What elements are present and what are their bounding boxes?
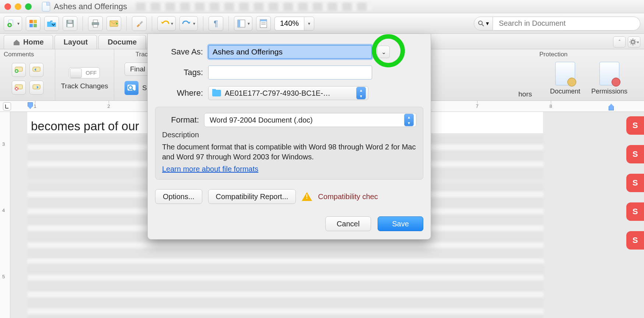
search-scope-button[interactable]: ▾ <box>474 17 493 31</box>
comment-delete-icon <box>15 84 23 91</box>
undo-button[interactable]: ▾ <box>157 16 176 31</box>
zoom-control[interactable]: ▾ <box>274 17 314 31</box>
vertical-ruler[interactable]: 3 4 5 <box>0 112 10 318</box>
svg-rect-12 <box>93 20 98 22</box>
group-track-changes: OFF Track Changes <box>55 49 114 100</box>
svg-rect-16 <box>238 20 240 27</box>
magnifier-icon <box>478 20 484 27</box>
zoom-input[interactable] <box>274 17 304 31</box>
ribbon-settings-button[interactable]: ▾ <box>628 36 640 47</box>
ruler-tick: 1 <box>29 101 41 112</box>
sidebar-toggle-button[interactable]: ▾ <box>234 16 252 31</box>
tab-document-elements[interactable]: Docume <box>98 35 146 49</box>
blurred-content <box>28 259 543 318</box>
right-clip-label: hors <box>518 90 532 98</box>
track-changes-toggle[interactable]: OFF <box>69 67 100 78</box>
close-window-button[interactable] <box>4 3 11 10</box>
svg-line-22 <box>482 24 484 26</box>
permissions-button[interactable]: Permissions <box>591 62 627 95</box>
delete-comment-button[interactable] <box>12 81 26 95</box>
learn-more-link[interactable]: Learn more about file formats <box>162 165 258 173</box>
comment-tab[interactable]: S <box>626 116 644 135</box>
redo-button[interactable]: ▾ <box>179 16 198 31</box>
svg-line-30 <box>631 43 631 44</box>
compatibility-report-button[interactable]: Compatibility Report... <box>208 189 296 204</box>
tags-label: Tags: <box>155 68 203 77</box>
open-button[interactable] <box>44 16 59 31</box>
description-label: Description <box>162 131 416 139</box>
tab-home-label: Home <box>23 38 44 46</box>
print-button[interactable] <box>88 16 103 31</box>
svg-rect-19 <box>261 22 266 23</box>
comment-tabs: S S S S S <box>626 116 644 250</box>
format-stepper[interactable]: ▲▼ <box>404 114 414 126</box>
save-as-input[interactable] <box>208 45 372 59</box>
expand-save-dialog-button[interactable]: ⌄ <box>377 46 390 58</box>
ribbon-collapse-button[interactable]: ˄ <box>613 36 626 47</box>
ruler-tick: 2 <box>103 101 114 112</box>
new-document-button[interactable]: ▾ <box>4 16 22 31</box>
save-as-label: Save As: <box>155 47 203 57</box>
comment-prev-icon <box>32 67 41 73</box>
group-protection: Protection Document Permissions <box>533 49 644 100</box>
paragraph-marks-button[interactable]: ¶ <box>209 16 223 31</box>
svg-point-23 <box>631 40 634 43</box>
printer-icon <box>91 19 100 28</box>
open-folder-icon <box>47 19 56 28</box>
where-dropdown[interactable]: AE01E177-C797-4930-BC1E-… ▲▼ <box>208 86 368 100</box>
paintbrush-icon <box>134 19 144 28</box>
svg-rect-13 <box>93 25 98 27</box>
where-stepper[interactable]: ▲▼ <box>356 87 366 99</box>
zoom-window-button[interactable] <box>25 3 32 10</box>
zoom-dropdown[interactable]: ▾ <box>304 17 314 31</box>
tab-layout[interactable]: Layout <box>55 35 97 49</box>
page-setup-button[interactable] <box>256 16 271 31</box>
page-icon <box>259 19 268 28</box>
window-controls <box>4 3 32 10</box>
ruler-tick: 7 <box>472 101 483 112</box>
title-extra-blur <box>136 3 372 11</box>
tab-home[interactable]: Home <box>4 35 53 49</box>
svg-rect-7 <box>34 24 37 27</box>
right-clip-item[interactable]: hors <box>518 90 532 98</box>
next-comment-button[interactable] <box>29 81 43 95</box>
svg-point-21 <box>479 21 482 25</box>
svg-rect-9 <box>67 24 73 27</box>
svg-rect-35 <box>15 71 18 71</box>
warning-icon <box>302 192 312 201</box>
new-comment-button[interactable] <box>12 63 26 77</box>
comment-tab[interactable]: S <box>626 174 644 192</box>
comment-add-icon <box>15 67 23 73</box>
search-input[interactable] <box>493 17 640 31</box>
tab-stop-selector[interactable] <box>3 102 11 110</box>
options-button[interactable]: Options... <box>155 189 202 204</box>
minimize-window-button[interactable] <box>15 3 21 10</box>
save-confirm-button[interactable]: Save <box>378 216 423 231</box>
mail-button[interactable] <box>106 16 121 31</box>
right-indent-marker[interactable] <box>609 104 614 110</box>
save-button[interactable] <box>63 16 77 31</box>
comment-tab[interactable]: S <box>626 231 644 250</box>
chevron-up-icon: ˄ <box>618 39 621 45</box>
svg-rect-10 <box>68 20 72 23</box>
svg-line-29 <box>634 43 635 44</box>
cancel-button[interactable]: Cancel <box>325 216 371 231</box>
previous-comment-button[interactable] <box>29 63 43 77</box>
compatibility-check-text: Compatibility chec <box>318 192 378 201</box>
tags-input[interactable] <box>208 66 372 80</box>
svg-rect-20 <box>261 24 266 25</box>
redo-icon <box>182 19 192 28</box>
chevron-down-icon: ⌄ <box>381 49 386 56</box>
comment-tab[interactable]: S <box>626 145 644 163</box>
format-dropdown[interactable]: Word 97-2004 Document (.doc) ▲▼ <box>204 113 416 127</box>
sidebar-panel-icon <box>237 19 246 28</box>
comment-tab[interactable]: S <box>626 202 644 221</box>
permissions-icon <box>599 62 619 85</box>
format-painter-button[interactable] <box>132 16 147 31</box>
protect-document-button[interactable]: Document <box>550 62 580 95</box>
folder-icon <box>212 90 221 96</box>
format-label: Format: <box>162 115 199 125</box>
group-comments-label: Comments <box>4 50 51 59</box>
templates-button[interactable] <box>26 16 41 31</box>
where-value: AE01E177-C797-4930-BC1E-… <box>225 89 330 98</box>
